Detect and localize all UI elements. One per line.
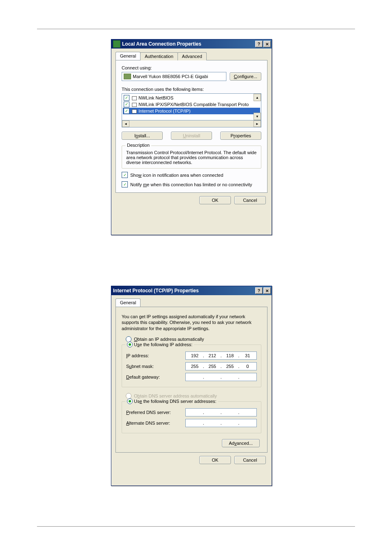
help-button[interactable]: ? — [255, 41, 263, 47]
radio-manual-ip-label: Use the following IP address: — [134, 342, 192, 347]
manual-ip-legend: Use the following IP address: — [125, 342, 194, 347]
protocol-icon — [131, 95, 137, 101]
notify-checkbox[interactable]: ✓ — [122, 181, 128, 187]
radio-auto-dns-label: Obtain DNS server address automatically — [134, 393, 217, 398]
ip-address-input[interactable]: 192. 212. 118. 31 — [185, 352, 257, 360]
ok-button[interactable]: OK — [199, 196, 231, 204]
show-icon-checkbox[interactable]: ✓ — [122, 172, 128, 178]
connect-using-label: Connect using: — [122, 65, 261, 70]
default-gateway-input[interactable]: . . . — [185, 373, 257, 381]
uninstall-button: Uninstall — [171, 132, 212, 140]
subnet-mask-label: Subnet mask: — [126, 364, 185, 369]
properties-button[interactable]: Properties — [220, 132, 261, 140]
radio-manual-dns[interactable] — [127, 398, 133, 404]
cancel-button[interactable]: Cancel — [234, 196, 266, 204]
connection-icon — [113, 40, 120, 48]
preferred-dns-label: Preferred DNS server: — [126, 410, 185, 415]
alternate-dns-input[interactable]: . . . — [185, 419, 257, 427]
tab-page-general: You can get IP settings assigned automat… — [115, 307, 267, 453]
ip-octet[interactable]: 118 — [224, 353, 236, 358]
configure-button[interactable]: Configure... — [230, 72, 261, 81]
scroll-left-button[interactable]: ◄ — [122, 120, 129, 127]
default-gateway-label: Default gateway: — [126, 375, 185, 379]
subnet-mask-input[interactable]: 255. 255. 255. 0 — [185, 362, 257, 370]
radio-manual-ip[interactable] — [127, 342, 133, 347]
list-item-label: NWLink IPX/SPX/NetBIOS Compatible Transp… — [138, 102, 249, 107]
description-legend: Description — [125, 143, 151, 148]
manual-ip-group: Use the following IP address: IP address… — [122, 345, 261, 387]
adapter-name: Marvell Yukon 88E8056 PCI-E Gigabi — [133, 74, 208, 79]
local-area-connection-dialog: Local Area Connection Properties ? ✕ Gen… — [111, 39, 272, 235]
checkbox-icon[interactable]: ✓ — [124, 108, 129, 114]
page-divider-bottom — [37, 526, 355, 527]
tcpip-properties-dialog: Internet Protocol (TCP/IP) Properties ? … — [111, 286, 272, 486]
tab-strip: General — [115, 298, 267, 307]
list-item-selected[interactable]: ✓ Internet Protocol (TCP/IP) — [123, 108, 260, 114]
checkbox-icon[interactable]: ✓ — [124, 102, 129, 107]
preferred-dns-input[interactable]: . . . — [185, 408, 257, 416]
scroll-right-button[interactable]: ► — [254, 120, 261, 127]
titlebar[interactable]: Local Area Connection Properties ? ✕ — [111, 39, 272, 49]
install-button[interactable]: Install... — [122, 132, 163, 140]
cancel-button[interactable]: Cancel — [234, 456, 266, 464]
items-listbox[interactable]: ✓ NWLink NetBIOS ✓ NWLink IPX/SPX/NetBIO… — [122, 93, 261, 120]
alternate-dns-label: Alternate DNS server: — [126, 421, 185, 426]
list-item-label: Internet Protocol (TCP/IP) — [138, 109, 191, 113]
tab-advanced[interactable]: Advanced — [178, 52, 207, 60]
configure-button-rest: onfigure... — [237, 74, 257, 79]
radio-auto-ip-label: Obtain an IP address automatically — [134, 337, 204, 342]
description-text: Transmission Control Protocol/Internet P… — [126, 150, 257, 165]
ip-octet[interactable]: 31 — [241, 353, 254, 358]
notify-label: Notify me when this connection has limit… — [130, 182, 252, 187]
horizontal-scrollbar[interactable]: ◄ ► — [122, 120, 261, 127]
radio-auto-dns — [126, 393, 131, 399]
description-group: Description Transmission Control Protoco… — [122, 146, 261, 169]
scroll-down-button[interactable]: ▼ — [254, 113, 261, 120]
ip-address-label: IP address: — [126, 353, 185, 358]
close-button[interactable]: ✕ — [263, 41, 271, 47]
ip-octet[interactable]: 255 — [224, 364, 236, 369]
ip-octet[interactable]: 255 — [189, 364, 201, 369]
close-button[interactable]: ✕ — [263, 287, 271, 294]
ip-octet[interactable]: 255 — [206, 364, 219, 369]
manual-dns-group: Use the following DNS server addresses: … — [122, 401, 261, 433]
titlebar[interactable]: Internet Protocol (TCP/IP) Properties ? … — [111, 286, 272, 295]
list-item[interactable]: ✓ NWLink IPX/SPX/NetBIOS Compatible Tran… — [123, 101, 260, 108]
items-label: This connection uses the following items… — [122, 87, 261, 92]
intro-text: You can get IP settings assigned automat… — [122, 314, 261, 331]
window-title: Local Area Connection Properties — [122, 41, 254, 47]
advanced-button[interactable]: Advanced... — [222, 439, 260, 447]
list-item[interactable]: ✓ NWLink NetBIOS — [123, 95, 260, 101]
scroll-track[interactable] — [129, 120, 254, 127]
tab-authentication[interactable]: Authentication — [140, 52, 178, 60]
show-icon-label: Show icon in notification area when conn… — [130, 173, 223, 178]
tab-general[interactable]: General — [115, 52, 141, 60]
protocol-icon — [131, 102, 137, 107]
help-button[interactable]: ? — [255, 287, 263, 294]
checkbox-icon[interactable]: ✓ — [124, 95, 129, 101]
tab-page-general: Connect using: Marvell Yukon 88E8056 PCI… — [115, 60, 267, 193]
ok-button[interactable]: OK — [199, 456, 231, 464]
adapter-field[interactable]: Marvell Yukon 88E8056 PCI-E Gigabi — [122, 72, 226, 81]
ip-octet[interactable]: 0 — [241, 364, 254, 369]
manual-dns-legend: Use the following DNS server addresses: — [125, 398, 218, 404]
window-title: Internet Protocol (TCP/IP) Properties — [113, 288, 254, 294]
radio-auto-ip[interactable] — [126, 336, 131, 342]
ip-octet[interactable]: 212 — [206, 353, 219, 358]
tab-strip: General Authentication Advanced — [115, 52, 267, 60]
list-item-label: NWLink NetBIOS — [138, 95, 173, 100]
radio-manual-dns-label: Use the following DNS server addresses: — [134, 399, 217, 404]
nic-icon — [124, 74, 131, 79]
ip-octet[interactable]: 192 — [189, 353, 201, 358]
protocol-icon — [131, 108, 137, 114]
page-divider-top — [37, 29, 355, 30]
tab-general[interactable]: General — [115, 298, 141, 307]
scroll-up-button[interactable]: ▲ — [254, 94, 261, 101]
